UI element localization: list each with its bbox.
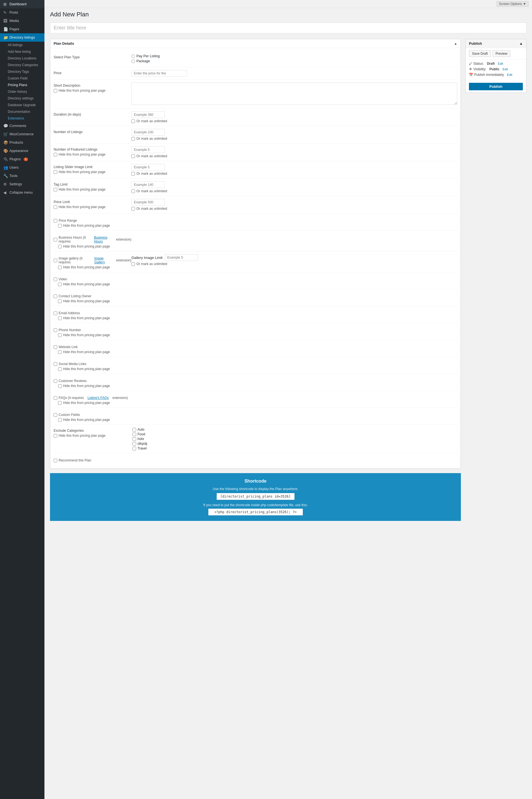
business-hours-checkbox[interactable] (54, 238, 57, 242)
listings-unlimited-checkbox[interactable] (131, 137, 135, 140)
sidebar-sub-tags[interactable]: Directory Tags (0, 68, 44, 75)
sidebar-item-users[interactable]: 👥 Users (0, 163, 44, 172)
image-gallery-checkbox[interactable] (54, 259, 57, 262)
business-hours-link[interactable]: Business Hours (94, 235, 112, 243)
gallery-unlimited-checkbox[interactable] (131, 262, 135, 266)
sidebar-item-pages[interactable]: 📄 Pages (0, 25, 44, 33)
hide-reviews-checkbox[interactable] (58, 384, 62, 388)
price-limit-unlimited-checkbox[interactable] (131, 207, 135, 211)
sidebar-sub-db-upgrade[interactable]: Database Upgrade (0, 102, 44, 108)
video-checkbox[interactable] (54, 278, 57, 281)
pay-per-listing-radio[interactable] (131, 54, 135, 58)
category-ulhpulj-checkbox[interactable] (133, 442, 136, 445)
sidebar-sub-extensions[interactable]: Extensions (0, 115, 44, 122)
category-food-checkbox[interactable] (133, 433, 136, 436)
sidebar-sub-pricing-plans[interactable]: Pricing Plans (0, 82, 44, 88)
screen-options-button[interactable]: Screen Options ▼ (496, 1, 529, 7)
social-checkbox[interactable] (54, 362, 57, 366)
preview-button[interactable]: Preview (493, 50, 511, 57)
metabox-toggle[interactable]: ▲ (454, 42, 457, 45)
hide-price-limit-checkbox[interactable] (54, 205, 57, 209)
price-limit-row: Price Limit Hide this from pricing plan … (54, 196, 457, 214)
sidebar-sub-custom-field[interactable]: Custom Field (0, 75, 44, 82)
phone-checkbox[interactable] (54, 328, 57, 332)
sidebar-sub-add-listing[interactable]: Add New listing (0, 48, 44, 55)
sidebar-item-dashboard[interactable]: ⊞ Dashboard (0, 0, 44, 8)
visibility-edit-link[interactable]: Edit (502, 68, 508, 71)
recommend-plan-checkbox[interactable] (54, 459, 57, 462)
email-checkbox[interactable] (54, 311, 57, 315)
reviews-checkbox[interactable] (54, 379, 57, 383)
sidebar-item-media[interactable]: 🖼 Media (0, 17, 44, 25)
package-option[interactable]: Package (131, 59, 457, 63)
sidebar-item-settings[interactable]: ⚙ Settings (0, 180, 44, 188)
featured-input[interactable] (131, 147, 165, 153)
hide-featured-checkbox[interactable] (54, 153, 57, 156)
publish-edit-link[interactable]: Edit (507, 73, 512, 76)
pay-per-listing-option[interactable]: Pay Per Listing (131, 54, 457, 58)
sidebar-item-collapse[interactable]: ◀ Collapse menu (0, 188, 44, 197)
post-title-input[interactable] (50, 22, 527, 33)
tag-limit-input[interactable] (131, 182, 165, 188)
sidebar-item-comments[interactable]: 💬 Comments (0, 122, 44, 130)
contact-owner-checkbox[interactable] (54, 294, 57, 298)
website-checkbox[interactable] (54, 345, 57, 349)
duration-input[interactable] (131, 111, 165, 118)
publish-collapse-icon[interactable]: ▲ (519, 41, 523, 45)
hide-contact-checkbox[interactable] (58, 300, 62, 303)
sidebar-item-directory[interactable]: 📁 Directory listings (0, 33, 44, 42)
hide-social-checkbox[interactable] (58, 367, 62, 371)
sidebar-sub-locations[interactable]: Directory Locations (0, 55, 44, 62)
metabox-header[interactable]: Plan Details ▲ (50, 39, 461, 48)
duration-unlimited-checkbox[interactable] (131, 119, 135, 123)
sidebar-item-products[interactable]: 📦 Products (0, 138, 44, 147)
category-huhr-checkbox[interactable] (133, 437, 136, 441)
featured-unlimited-checkbox[interactable] (131, 154, 135, 158)
num-listings-input[interactable] (131, 129, 165, 136)
sidebar-item-posts[interactable]: ✎ Posts (0, 8, 44, 17)
exclude-categories-field: Auto Food hühr (131, 427, 457, 450)
status-edit-link[interactable]: Edit (498, 62, 503, 65)
sidebar-sub-dir-settings[interactable]: Directory settings (0, 95, 44, 102)
price-range-checkbox[interactable] (54, 219, 57, 223)
hide-gallery-checkbox[interactable] (58, 266, 62, 269)
short-desc-textarea[interactable] (131, 82, 457, 105)
hide-short-desc-checkbox[interactable] (54, 89, 57, 93)
hide-email-checkbox[interactable] (58, 317, 62, 320)
custom-fields-checkbox[interactable] (54, 413, 57, 417)
sidebar-item-tools[interactable]: 🔧 Tools (0, 172, 44, 180)
shortcode-code[interactable]: [directorist_pricing_plans id=3526] (217, 493, 294, 500)
sidebar-item-appearance[interactable]: 🎨 Appearance (0, 147, 44, 155)
hide-custom-fields-checkbox[interactable] (58, 418, 62, 422)
price-limit-input[interactable] (131, 199, 165, 206)
hide-video-checkbox[interactable] (58, 283, 62, 286)
hide-phone-checkbox[interactable] (58, 334, 62, 337)
save-draft-button[interactable]: Save Draft (469, 50, 491, 57)
faqs-link[interactable]: Listing's FAQs (88, 396, 109, 400)
publish-button[interactable]: Publish (469, 83, 523, 90)
hide-tag-checkbox[interactable] (54, 188, 57, 191)
price-input[interactable] (131, 70, 187, 77)
hide-business-hours-checkbox[interactable] (58, 245, 62, 248)
hide-faqs-checkbox[interactable] (58, 401, 62, 405)
hide-price-range-checkbox[interactable] (58, 224, 62, 228)
gallery-limit-input[interactable] (165, 254, 198, 261)
faqs-checkbox[interactable] (54, 396, 57, 400)
sidebar-item-plugins[interactable]: 🔌 Plugins 6 (0, 155, 44, 163)
sidebar-item-woocommerce[interactable]: 🛒 WooCommerce (0, 130, 44, 138)
slider-unlimited-checkbox[interactable] (131, 172, 135, 176)
package-radio[interactable] (131, 59, 135, 63)
category-travel-checkbox[interactable] (133, 447, 136, 450)
shortcode-php-code[interactable]: <?php directorist_pricing_plans(3526); ?… (208, 509, 303, 515)
sidebar-sub-documentation[interactable]: Documentation (0, 108, 44, 115)
hide-website-checkbox[interactable] (58, 350, 62, 354)
hide-slider-checkbox[interactable] (54, 170, 57, 174)
sidebar-sub-order-history[interactable]: Order history (0, 88, 44, 95)
image-gallery-link[interactable]: Image Gallery (94, 256, 112, 264)
tag-unlimited-checkbox[interactable] (131, 189, 135, 193)
hide-exclude-categories-checkbox[interactable] (54, 434, 57, 438)
slider-input[interactable] (131, 164, 165, 171)
category-auto-checkbox[interactable] (133, 428, 136, 432)
sidebar-sub-all-listings[interactable]: All listings (0, 42, 44, 48)
sidebar-sub-categories[interactable]: Directory Categories (0, 62, 44, 68)
